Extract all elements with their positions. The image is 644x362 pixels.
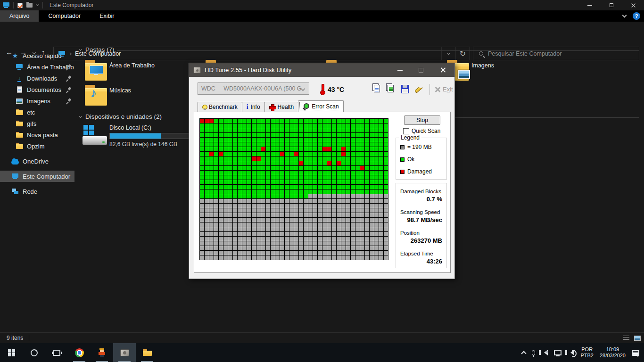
- sidebar-item-área-de-trabalho[interactable]: Área de Trabalho: [0, 61, 74, 73]
- block-unscanned: [285, 199, 289, 203]
- options-button[interactable]: [413, 83, 425, 95]
- block-ok: [365, 189, 369, 194]
- sidebar-item-etc[interactable]: etc: [0, 107, 74, 118]
- folder-tile-músicas[interactable]: ♪Músicas: [79, 81, 197, 105]
- hdtune-close-button[interactable]: [435, 63, 450, 77]
- details-view-button[interactable]: [621, 334, 631, 342]
- search-icon: [479, 51, 483, 56]
- folder-tile-imagens[interactable]: Imagens: [441, 56, 559, 80]
- start-button[interactable]: [0, 343, 23, 362]
- exit-icon: [435, 87, 440, 92]
- close-button[interactable]: [622, 0, 644, 10]
- sidebar-item-onedrive[interactable]: OneDrive: [0, 156, 74, 167]
- block-unscanned: [261, 237, 265, 241]
- tab-error-scan[interactable]: Error Scan: [298, 100, 343, 112]
- explorer-titlebar: Este Computador: [0, 0, 644, 10]
- hdtune-minimize-button[interactable]: [392, 63, 407, 77]
- sidebar-item-nova-pasta[interactable]: Nova pasta: [0, 129, 74, 140]
- language-indicator[interactable]: POR PTB2: [580, 346, 594, 359]
- taskbar-hdtune-button[interactable]: [113, 343, 136, 362]
- block-ok: [223, 194, 228, 198]
- help-icon[interactable]: ?: [633, 12, 640, 20]
- collapse-chevron-icon[interactable]: [79, 114, 82, 117]
- task-view-button[interactable]: [45, 343, 68, 362]
- block-unscanned: [322, 194, 327, 198]
- legend-swatch-icon: [400, 157, 405, 162]
- new-folder-icon[interactable]: [26, 3, 33, 8]
- menu-tab-computador[interactable]: Computador: [39, 10, 90, 22]
- copy-text-button[interactable]: [372, 83, 384, 95]
- block-ok: [289, 185, 294, 189]
- volume-icon[interactable]: [568, 350, 574, 355]
- block-unscanned: [379, 227, 383, 231]
- block-unscanned: [252, 199, 256, 203]
- taskbar-game-button[interactable]: [91, 343, 113, 362]
- folder-tile-área-de-trabalho[interactable]: Área de Trabalho: [79, 56, 197, 80]
- sidebar-item-downloads[interactable]: ↓Downloads: [0, 73, 74, 84]
- customize-toolbar-chevron-icon[interactable]: [36, 3, 39, 6]
- group-header-devices[interactable]: Dispositivos e unidades (2): [79, 113, 162, 120]
- block-ok: [384, 147, 388, 151]
- hdtune-maximize-button[interactable]: [413, 63, 429, 77]
- action-center-icon[interactable]: [632, 350, 639, 356]
- copy-screenshot-button[interactable]: [386, 83, 397, 95]
- sidebar-item-este-computador[interactable]: Este Computador: [0, 171, 74, 182]
- block-ok: [374, 123, 379, 128]
- tab-benchmark[interactable]: Benchmark: [198, 102, 242, 112]
- tab-health[interactable]: Health: [264, 102, 299, 112]
- taskbar-chrome-button[interactable]: [68, 343, 91, 362]
- properties-icon[interactable]: [17, 3, 23, 8]
- ribbon-expand-chevron-icon[interactable]: [622, 13, 627, 17]
- save-button[interactable]: [399, 83, 411, 95]
- sidebar-item-label: Rede: [23, 188, 37, 195]
- hdtune-titlebar[interactable]: HD Tune 2.55 - Hard Disk Utility: [189, 63, 454, 77]
- thumbnail-view-button[interactable]: [633, 334, 642, 342]
- menu-tab-exibir[interactable]: Exibir: [90, 10, 124, 22]
- sidebar-item-imagens[interactable]: Imagens: [0, 95, 74, 107]
- quick-scan-label: Quick Scan: [412, 128, 440, 134]
- block-ok: [219, 147, 223, 151]
- block-unscanned: [209, 199, 214, 203]
- drive-label[interactable]: Disco Local (C:): [109, 124, 151, 131]
- taskbar-explorer-button[interactable]: [136, 343, 158, 362]
- block-unscanned: [360, 241, 364, 246]
- block-unscanned: [205, 232, 209, 236]
- cortana-button[interactable]: [23, 343, 45, 362]
- tray-chevron-up-icon[interactable]: [522, 350, 526, 355]
- stop-button[interactable]: Stop: [404, 115, 440, 125]
- sidebar-item-opzim[interactable]: Opzim: [0, 140, 74, 152]
- thermometer-icon: [320, 84, 325, 95]
- menu-tab-arquivo[interactable]: Arquivo: [0, 10, 39, 22]
- block-unscanned: [214, 204, 218, 208]
- microphone-icon[interactable]: [532, 350, 535, 355]
- group-header-folders[interactable]: Pastas (7): [79, 46, 115, 53]
- block-ok: [271, 119, 275, 123]
- sidebar-item-documentos[interactable]: Documentos: [0, 84, 74, 95]
- tab-info[interactable]: iInfo: [242, 102, 265, 112]
- sidebar-item-gifs[interactable]: gifs: [0, 118, 74, 129]
- minimize-button[interactable]: [579, 0, 601, 10]
- collapse-chevron-icon[interactable]: [79, 47, 82, 50]
- block-ok: [365, 128, 369, 132]
- sidebar-item-acesso-rápido[interactable]: ★Acesso rápido: [0, 50, 74, 61]
- block-unscanned: [247, 255, 251, 260]
- checkbox-icon[interactable]: [403, 128, 409, 134]
- block-unscanned: [365, 199, 369, 203]
- drive-select-combo[interactable]: WDC WD5000AAKX-00U6A (500 GB): [198, 82, 309, 95]
- block-unscanned: [238, 218, 242, 222]
- network-icon[interactable]: [554, 350, 561, 355]
- block-ok: [332, 128, 336, 132]
- restore-button[interactable]: [601, 0, 622, 10]
- block-unscanned: [209, 208, 214, 213]
- exit-button[interactable]: Exit: [435, 86, 453, 93]
- quick-scan-checkbox[interactable]: Quick Scan: [403, 128, 440, 134]
- clock[interactable]: 18:09 28/03/2020: [600, 346, 626, 359]
- block-unscanned: [271, 232, 275, 236]
- photo-thumbnail-icon: [458, 70, 470, 79]
- sidebar-item-rede[interactable]: Rede: [0, 186, 74, 197]
- muted-speaker-icon[interactable]: [541, 350, 548, 355]
- block-unscanned: [294, 199, 298, 203]
- block-unscanned: [223, 204, 228, 208]
- block-ok: [238, 189, 242, 194]
- block-ok: [370, 166, 374, 170]
